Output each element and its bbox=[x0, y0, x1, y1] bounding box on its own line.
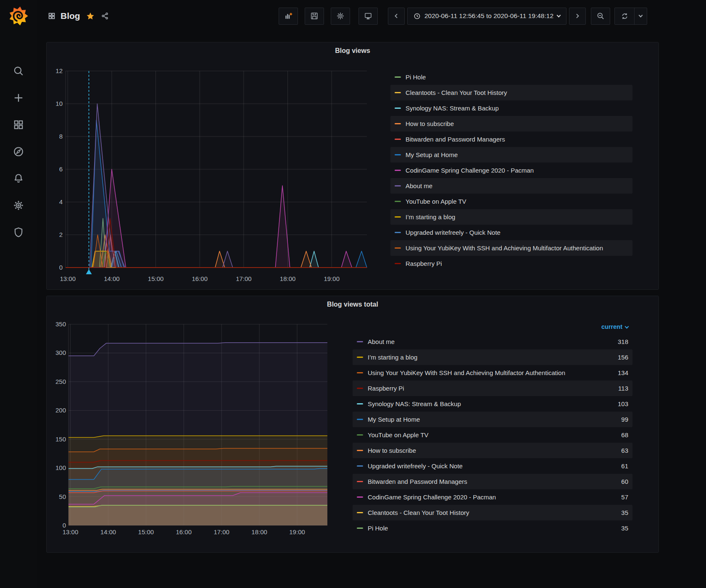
legend-series-marker[interactable] bbox=[357, 528, 363, 529]
legend-series-value: 99 bbox=[615, 416, 628, 423]
legend-sort-current[interactable]: current bbox=[353, 320, 632, 334]
legend-series-marker[interactable] bbox=[395, 92, 401, 93]
legend-item[interactable]: Using Your YubiKey With SSH and Achievin… bbox=[390, 240, 632, 256]
legend-item[interactable]: How to subscribe bbox=[390, 116, 632, 131]
legend-item[interactable]: Raspberry Pi113 bbox=[353, 381, 632, 396]
legend-item[interactable]: Pi Hole35 bbox=[353, 520, 632, 536]
refresh-interval-dropdown[interactable] bbox=[634, 8, 647, 24]
legend-item[interactable]: Bitwarden and Password Managers60 bbox=[353, 474, 632, 489]
legend-item[interactable]: My Setup at Home99 bbox=[353, 412, 632, 427]
add-icon[interactable] bbox=[13, 92, 24, 103]
legend-item[interactable]: YouTube on Apple TV bbox=[390, 194, 632, 209]
legend-current-header-label: current bbox=[601, 323, 622, 330]
legend-series-label: Pi Hole bbox=[406, 74, 426, 81]
blog-views-total-chart[interactable]: 05010015020025030035013:0014:0015:0016:0… bbox=[55, 315, 383, 543]
legend-series-value: 63 bbox=[615, 447, 628, 454]
legend-series-marker[interactable] bbox=[395, 108, 401, 109]
legend-item[interactable]: About me318 bbox=[353, 334, 632, 349]
legend-item[interactable]: Upgraded writefreely - Quick Note bbox=[390, 225, 632, 240]
legend-series-marker[interactable] bbox=[357, 512, 363, 513]
legend-series-marker[interactable] bbox=[395, 201, 401, 202]
legend-item[interactable]: YouTube on Apple TV68 bbox=[353, 427, 632, 443]
legend-series-marker[interactable] bbox=[395, 170, 401, 171]
save-dashboard-button[interactable] bbox=[305, 8, 324, 25]
svg-text:17:00: 17:00 bbox=[213, 528, 229, 536]
svg-text:13:00: 13:00 bbox=[63, 528, 79, 536]
grafana-app: Blog bbox=[0, 0, 706, 588]
legend-series-marker[interactable] bbox=[357, 496, 363, 498]
legend-item[interactable]: Bitwarden and Password Managers bbox=[390, 131, 632, 147]
legend-series-marker[interactable] bbox=[357, 388, 363, 389]
time-range-picker-button[interactable]: 2020-06-11 12:56:45 to 2020-06-11 19:48:… bbox=[407, 8, 566, 25]
alerting-bell-icon[interactable] bbox=[13, 173, 24, 184]
legend-item[interactable]: Synology NAS: Stream & Backup bbox=[390, 100, 632, 116]
legend-series-marker[interactable] bbox=[357, 403, 363, 404]
search-icon[interactable] bbox=[13, 66, 24, 76]
legend-series-marker[interactable] bbox=[357, 450, 363, 451]
zoom-out-button[interactable] bbox=[591, 8, 610, 25]
time-range-back-button[interactable] bbox=[388, 8, 405, 25]
panel-title[interactable]: Blog views total bbox=[47, 296, 659, 308]
configuration-gear-icon[interactable] bbox=[13, 200, 24, 211]
server-admin-shield-icon[interactable] bbox=[13, 227, 24, 238]
svg-text:15:00: 15:00 bbox=[138, 528, 154, 536]
legend-series-marker[interactable] bbox=[395, 76, 401, 78]
blog-views-chart[interactable]: 02468101213:0014:0015:0016:0017:0018:001… bbox=[55, 61, 383, 288]
legend-series-marker[interactable] bbox=[357, 357, 363, 358]
legend-series-marker[interactable] bbox=[357, 372, 363, 373]
legend-series-label: I’m starting a blog bbox=[406, 213, 455, 220]
legend-item[interactable]: Pi Hole bbox=[390, 69, 632, 85]
svg-text:19:00: 19:00 bbox=[289, 528, 305, 536]
legend-series-marker[interactable] bbox=[395, 247, 401, 249]
dashboard-title[interactable]: Blog bbox=[61, 11, 80, 21]
legend-series-value: 68 bbox=[615, 431, 628, 438]
legend-item[interactable]: CodinGame Spring Challenge 2020 - Pacman… bbox=[353, 489, 632, 505]
legend-series-marker[interactable] bbox=[395, 216, 401, 218]
legend-item[interactable]: Synology NAS: Stream & Backup103 bbox=[353, 396, 632, 412]
legend-series-marker[interactable] bbox=[395, 154, 401, 155]
legend-item[interactable]: About me bbox=[390, 178, 632, 194]
favorite-star-icon[interactable] bbox=[86, 12, 95, 20]
legend-series-marker[interactable] bbox=[357, 481, 363, 482]
legend-item[interactable]: Cleantoots - Clean Your Toot History35 bbox=[353, 505, 632, 520]
legend-item[interactable]: Raspberry Pi bbox=[390, 256, 632, 271]
refresh-icon[interactable] bbox=[615, 8, 634, 24]
legend-series-label: Raspberry Pi bbox=[368, 385, 404, 392]
explore-compass-icon[interactable] bbox=[13, 146, 24, 157]
add-panel-button[interactable] bbox=[279, 8, 298, 25]
dashboard-settings-button[interactable] bbox=[331, 8, 350, 25]
panel-title[interactable]: Blog views bbox=[47, 42, 659, 55]
legend-series-marker[interactable] bbox=[395, 139, 401, 140]
time-range-forward-button[interactable] bbox=[569, 8, 586, 25]
grafana-logo-icon[interactable] bbox=[8, 5, 29, 27]
legend-item[interactable]: Cleantoots - Clean Your Toot History bbox=[390, 85, 632, 100]
legend-series-label: Cleantoots - Clean Your Toot History bbox=[406, 89, 507, 96]
legend-series-label: Synology NAS: Stream & Backup bbox=[368, 400, 461, 407]
svg-text:0: 0 bbox=[63, 522, 66, 529]
legend-item[interactable]: How to subscribe63 bbox=[353, 443, 632, 458]
legend-series-marker[interactable] bbox=[395, 263, 401, 264]
legend-series-marker[interactable] bbox=[395, 123, 401, 124]
legend-item[interactable]: I’m starting a blog bbox=[390, 209, 632, 225]
legend-series-label: Pi Hole bbox=[368, 525, 388, 532]
cycle-view-mode-button[interactable] bbox=[358, 8, 378, 25]
dashboard-topbar: Blog bbox=[37, 0, 706, 32]
legend-series-marker[interactable] bbox=[357, 434, 363, 436]
svg-text:13:00: 13:00 bbox=[60, 275, 76, 282]
share-icon[interactable] bbox=[101, 12, 109, 20]
legend-item[interactable]: CodinGame Spring Challenge 2020 - Pacman bbox=[390, 163, 632, 178]
svg-text:10: 10 bbox=[55, 100, 63, 107]
legend-series-marker[interactable] bbox=[395, 185, 401, 186]
legend-series-marker[interactable] bbox=[395, 232, 401, 233]
dashboards-icon[interactable] bbox=[13, 119, 24, 130]
legend-series-marker[interactable] bbox=[357, 341, 363, 342]
legend-item[interactable]: Using Your YubiKey With SSH and Achievin… bbox=[353, 365, 632, 381]
dashboard-grid-icon[interactable] bbox=[48, 12, 55, 20]
legend-series-marker[interactable] bbox=[357, 419, 363, 420]
legend-series-marker[interactable] bbox=[357, 465, 363, 467]
legend-item[interactable]: Upgraded writefreely - Quick Note61 bbox=[353, 458, 632, 474]
legend-item[interactable]: I’m starting a blog156 bbox=[353, 349, 632, 365]
legend-item[interactable]: My Setup at Home bbox=[390, 147, 632, 163]
legend-series-label: My Setup at Home bbox=[368, 416, 420, 423]
legend-series-value: 35 bbox=[615, 525, 628, 532]
